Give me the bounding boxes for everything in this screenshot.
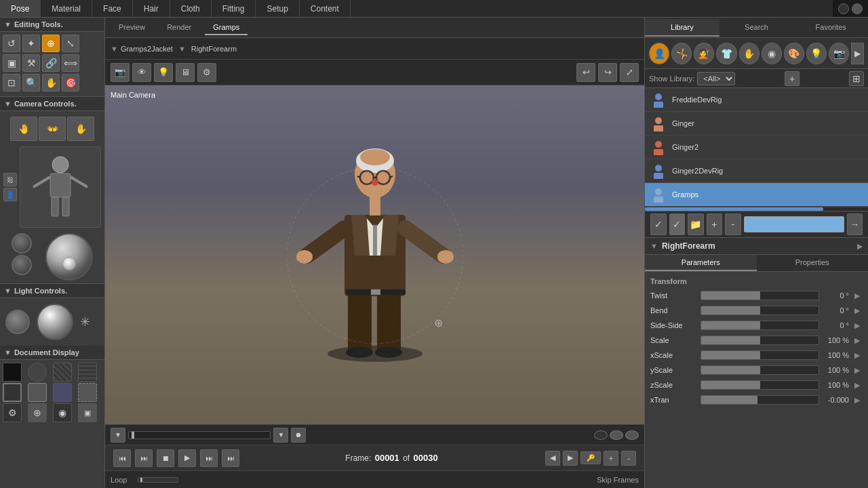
lib-tab-search[interactable]: Search: [719, 19, 794, 37]
cam-hand-center[interactable]: 👐: [39, 117, 66, 141]
lib-item-gramps[interactable]: Gramps: [645, 183, 868, 207]
breadcrumb-jacket[interactable]: Gramps2Jacket: [121, 45, 173, 53]
param-slider-bend[interactable]: [701, 306, 819, 315]
lib-item-freddie[interactable]: FreddieDevRig: [645, 88, 868, 112]
param-slider-scale[interactable]: [701, 336, 819, 345]
param-expand-yscale[interactable]: ▶: [852, 365, 863, 375]
vp-btn-redo[interactable]: ↪: [598, 63, 617, 82]
tab-fitting[interactable]: Fitting: [212, 0, 256, 17]
param-slider-yscale[interactable]: [701, 365, 819, 375]
cam-hand-right[interactable]: ✋: [67, 117, 94, 141]
param-slider-xtran[interactable]: [701, 395, 819, 405]
tool-ik[interactable]: 🔗: [42, 54, 60, 72]
vp-btn-fullscreen[interactable]: ⤢: [620, 63, 639, 82]
doc-btn-4[interactable]: [78, 363, 97, 382]
btn-next-frame[interactable]: ▶: [563, 451, 578, 466]
btn-key[interactable]: 🔑: [580, 451, 601, 464]
timeline-scrubber[interactable]: [138, 477, 178, 483]
param-expand-xtran[interactable]: ▶: [852, 394, 863, 405]
dial-left[interactable]: [12, 233, 32, 253]
dial-right[interactable]: [12, 255, 32, 275]
lib-action-checkmark[interactable]: ✓: [650, 214, 667, 235]
tab-material[interactable]: Material: [41, 0, 92, 17]
lib-item-ginger2devrig[interactable]: Ginger2DevRig: [645, 159, 868, 183]
cam-hand-left[interactable]: 🤚: [10, 117, 37, 141]
tab-face[interactable]: Face: [92, 0, 133, 17]
lib-icon-figure[interactable]: 👤: [649, 43, 669, 64]
lib-input-field[interactable]: [744, 216, 844, 232]
param-expand-xscale[interactable]: ▶: [852, 350, 863, 361]
lib-icon-pose[interactable]: 🤸: [671, 43, 692, 64]
doc-btn-9[interactable]: ⚙: [3, 403, 22, 422]
param-expand-sideside[interactable]: ▶: [852, 320, 863, 331]
props-collapse-arrow[interactable]: ▼: [650, 242, 658, 250]
vp-btn-light[interactable]: 💡: [154, 63, 173, 82]
tool-scale[interactable]: ⤡: [62, 35, 79, 52]
btn-del-key[interactable]: -: [621, 451, 636, 466]
tab-pose[interactable]: Pose: [0, 0, 41, 17]
tab-cloth[interactable]: Cloth: [170, 0, 212, 17]
lib-icon-clothes[interactable]: 👕: [716, 43, 736, 64]
view-tab-preview[interactable]: Preview: [111, 20, 153, 35]
doc-btn-12[interactable]: ▣: [78, 403, 97, 422]
btn-step-fwd[interactable]: ⏭: [200, 449, 218, 467]
btn-prev-frame[interactable]: ◀: [545, 451, 560, 466]
param-expand-bend[interactable]: ▶: [852, 305, 863, 316]
tool-zoom[interactable]: 🔍: [22, 74, 40, 92]
btn-go-start[interactable]: ⏮: [113, 449, 131, 467]
btn-add-key[interactable]: +: [604, 451, 618, 466]
lib-icon-more[interactable]: ▶: [851, 43, 864, 64]
doc-btn-6[interactable]: [28, 383, 47, 402]
doc-btn-10[interactable]: ⊕: [28, 403, 47, 422]
doc-btn-5[interactable]: [3, 383, 22, 402]
cam-link-btn[interactable]: ⛓: [3, 173, 17, 186]
btn-loop[interactable]: Loop: [111, 476, 127, 484]
view-tab-render[interactable]: Render: [159, 20, 199, 35]
vp-btn-render[interactable]: ⚙: [197, 63, 216, 82]
doc-btn-7[interactable]: [53, 383, 72, 402]
props-tab-parameters[interactable]: Parameters: [645, 255, 757, 271]
anim-expand-down[interactable]: ▼: [273, 428, 288, 443]
doc-btn-2[interactable]: [28, 363, 47, 382]
light-dial[interactable]: [5, 310, 30, 334]
vp-btn-undo[interactable]: ↩: [576, 63, 595, 82]
props-tab-properties[interactable]: Properties: [757, 255, 869, 271]
tool-camera-pan[interactable]: 🎯: [62, 74, 79, 92]
light-sphere[interactable]: [37, 304, 73, 340]
breadcrumb-forearm[interactable]: RightForearm: [191, 45, 237, 53]
vp-btn-camera[interactable]: 📷: [111, 63, 130, 82]
props-expand-arrow[interactable]: ▶: [857, 242, 863, 251]
param-expand-twist[interactable]: ▶: [852, 290, 863, 301]
lib-tab-favorites[interactable]: Favorites: [793, 19, 868, 37]
filter-add-btn-2[interactable]: ⊞: [849, 71, 864, 86]
lib-action-apply[interactable]: →: [847, 214, 863, 235]
tool-move[interactable]: ⊕: [42, 35, 60, 52]
lib-action-checkmark2[interactable]: ✓: [669, 214, 686, 235]
lib-icon-hand[interactable]: ✋: [739, 43, 760, 64]
anim-record[interactable]: ⏺: [291, 428, 306, 443]
lib-tab-library[interactable]: Library: [645, 19, 719, 37]
lib-action-remove[interactable]: -: [725, 214, 741, 235]
lib-icon-hair[interactable]: 💇: [694, 43, 714, 64]
lib-icon-camera[interactable]: 📷: [829, 43, 849, 64]
param-expand-scale[interactable]: ▶: [852, 335, 863, 346]
btn-go-end[interactable]: ⏭: [222, 449, 239, 467]
btn-stop[interactable]: ⏹: [157, 449, 174, 467]
tab-setup[interactable]: Setup: [256, 0, 299, 17]
doc-btn-11[interactable]: ◉: [53, 403, 72, 422]
tool-symmetry[interactable]: ⟺: [62, 54, 79, 72]
compass-ball[interactable]: [45, 233, 93, 281]
doc-btn-1[interactable]: [3, 363, 22, 382]
lib-icon-material[interactable]: 🎨: [784, 43, 804, 64]
filter-add-btn[interactable]: +: [785, 71, 800, 86]
cam-head-btn[interactable]: 👤: [3, 188, 17, 201]
lib-item-ginger2[interactable]: Ginger2: [645, 136, 868, 159]
view-tab-scene[interactable]: Gramps: [205, 20, 248, 35]
tool-pan[interactable]: ✋: [42, 74, 60, 92]
lib-icon-morph[interactable]: ◉: [762, 43, 782, 64]
param-expand-zscale[interactable]: ▶: [852, 380, 863, 390]
lib-icon-light[interactable]: 💡: [806, 43, 827, 64]
anim-collapse[interactable]: ▼: [111, 428, 125, 443]
sun-icon[interactable]: ✳: [80, 314, 90, 329]
tool-frame[interactable]: ⊡: [3, 74, 20, 92]
